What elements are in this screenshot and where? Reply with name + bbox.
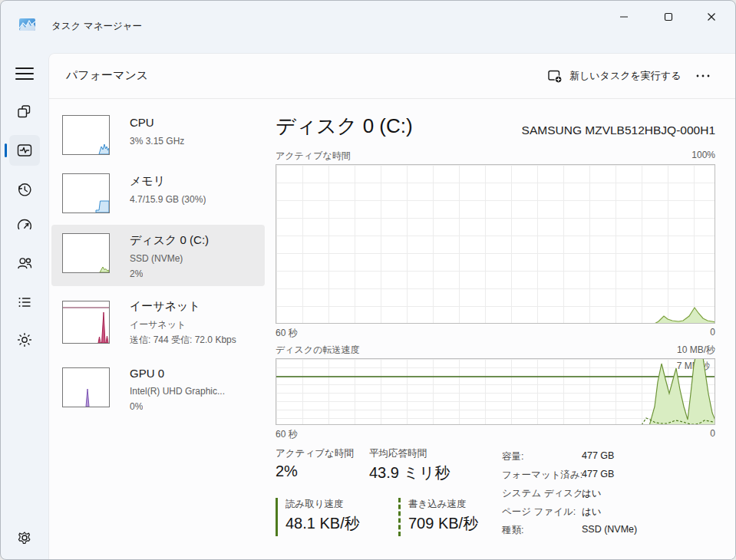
disk-mini-chart <box>62 233 110 273</box>
active-time-chart <box>276 164 715 324</box>
stat-value: 709 KB/秒 <box>408 513 478 534</box>
detail-label: システム ディスク: <box>502 487 586 500</box>
users-icon <box>15 254 34 272</box>
detail-type: 種類: SSD (NVMe) <box>502 524 715 542</box>
minimize-button[interactable] <box>606 4 642 30</box>
stat-write-speed: 書き込み速度 709 KB/秒 <box>398 498 478 536</box>
page-title: パフォーマンス <box>66 68 148 83</box>
memory-mini-chart <box>62 173 110 213</box>
detail-label: フォーマット済み: <box>502 469 583 482</box>
stat-value: 2% <box>276 463 354 480</box>
detail-label: 種類: <box>502 524 523 537</box>
perf-list-item-cpu[interactable]: CPU 3% 3.15 GHz <box>51 108 265 166</box>
stat-active-time: アクティブな時間 2% <box>276 447 354 480</box>
performance-icon <box>15 141 34 160</box>
perf-list-item-disk[interactable]: ディスク 0 (C:) SSD (NVMe) 2% <box>51 225 265 286</box>
device-name: SAMSUNG MZVLB512HBJQ-000H1 <box>276 124 715 137</box>
chart1-max-label: 100% <box>276 150 715 160</box>
window-title: タスク マネージャー <box>51 20 142 33</box>
processes-icon <box>15 103 34 121</box>
nav-startup-apps[interactable] <box>9 210 40 241</box>
settings-gear-icon <box>15 529 34 547</box>
perf-item-title: イーサネット <box>130 299 200 314</box>
stat-label: 平均応答時間 <box>369 447 450 460</box>
selected-indicator <box>5 143 7 157</box>
services-icon <box>15 331 34 349</box>
nav-settings[interactable] <box>9 522 40 553</box>
nav-app-history[interactable] <box>9 174 40 205</box>
stat-label: 読み取り速度 <box>285 498 360 511</box>
perf-item-sub: SSD (NVMe) <box>130 253 183 264</box>
nav-processes[interactable] <box>9 97 40 127</box>
detail-label: 容量: <box>502 450 523 463</box>
nav-details[interactable] <box>9 287 40 318</box>
card-header: パフォーマンス 新しいタスクを実行する <box>48 53 736 99</box>
perf-item-sub2: 送信: 744 受信: 72.0 Kbps <box>130 334 236 347</box>
close-button[interactable] <box>694 4 729 30</box>
chart2-x-right: 0 <box>710 428 715 439</box>
perf-item-sub: Intel(R) UHD Graphic... <box>130 386 225 397</box>
content-card: パフォーマンス 新しいタスクを実行する <box>48 53 736 560</box>
maximize-button[interactable] <box>651 4 686 30</box>
titlebar: タスク マネージャー <box>1 1 735 36</box>
gpu-mini-chart <box>62 367 110 407</box>
perf-list-item-ethernet[interactable]: イーサネット イーサネット 送信: 744 受信: 72.0 Kbps <box>51 292 265 361</box>
nav-users[interactable] <box>9 248 40 278</box>
chart2-axis: 60 秒 0 <box>276 428 715 441</box>
startup-apps-icon <box>15 216 34 235</box>
chart1-axis: 60 秒 0 <box>276 327 715 340</box>
perf-item-sub: イーサネット <box>130 318 186 331</box>
run-new-task-label: 新しいタスクを実行する <box>569 69 681 83</box>
cpu-mini-chart <box>62 115 110 155</box>
chart1-x-right: 0 <box>710 327 715 338</box>
task-manager-window: タスク マネージャー <box>0 0 736 560</box>
detail-label: ページ ファイル: <box>502 506 576 519</box>
perf-item-title: GPU 0 <box>130 367 164 380</box>
perf-item-sub2: 2% <box>130 268 143 279</box>
nav-rail <box>1 36 48 559</box>
task-manager-app-icon <box>19 18 35 31</box>
stat-label: 書き込み速度 <box>408 498 478 511</box>
perf-list-item-gpu[interactable]: GPU 0 Intel(R) UHD Graphic... 0% <box>51 361 265 421</box>
details-icon <box>15 293 34 311</box>
chart2-max-label: 10 MB/秒 <box>276 344 715 357</box>
chart1-x-left: 60 秒 <box>276 328 298 338</box>
nav-performance[interactable] <box>9 135 40 166</box>
perf-item-sub: 4.7/15.9 GB (30%) <box>130 194 206 205</box>
detail-value: SSD (NVMe) <box>582 524 637 535</box>
perf-list-item-memory[interactable]: メモリ 4.7/15.9 GB (30%) <box>51 166 265 225</box>
detail-system-disk: システム ディスク: はい <box>502 487 715 506</box>
detail-value: 477 GB <box>582 450 614 461</box>
active-time-series <box>276 165 715 324</box>
detail-value: はい <box>582 487 602 500</box>
more-options-button[interactable] <box>690 64 716 87</box>
ellipsis-icon <box>695 74 711 78</box>
run-new-task-button[interactable]: 新しいタスクを実行する <box>540 63 688 89</box>
chart2-x-left: 60 秒 <box>276 429 298 440</box>
menu-hamburger-icon[interactable] <box>15 68 34 81</box>
detail-page-file: ページ ファイル: はい <box>502 506 715 524</box>
detail-value: 477 GB <box>582 469 614 479</box>
stat-value: 48.1 KB/秒 <box>285 513 360 534</box>
perf-item-sub2: 0% <box>130 401 143 412</box>
stat-read-speed: 読み取り速度 48.1 KB/秒 <box>276 498 360 536</box>
detail-formatted: フォーマット済み: 477 GB <box>502 469 715 487</box>
stat-label: アクティブな時間 <box>276 447 354 460</box>
detail-capacity: 容量: 477 GB <box>502 450 715 469</box>
nav-services[interactable] <box>9 324 40 355</box>
ethernet-mini-chart <box>62 301 110 344</box>
perf-item-sub: 3% 3.15 GHz <box>130 136 184 147</box>
perf-item-title: ディスク 0 (C:) <box>130 233 209 248</box>
stat-value: 43.9 ミリ秒 <box>369 463 450 483</box>
stat-avg-response: 平均応答時間 43.9 ミリ秒 <box>369 447 450 483</box>
detail-value: はい <box>582 506 602 519</box>
new-task-icon <box>547 68 563 84</box>
transfer-rate-chart: 7 MB/秒 <box>276 358 715 425</box>
perf-item-title: メモリ <box>130 174 165 189</box>
transfer-rate-series <box>276 359 715 425</box>
perf-item-title: CPU <box>130 116 154 129</box>
app-history-icon <box>15 180 34 199</box>
